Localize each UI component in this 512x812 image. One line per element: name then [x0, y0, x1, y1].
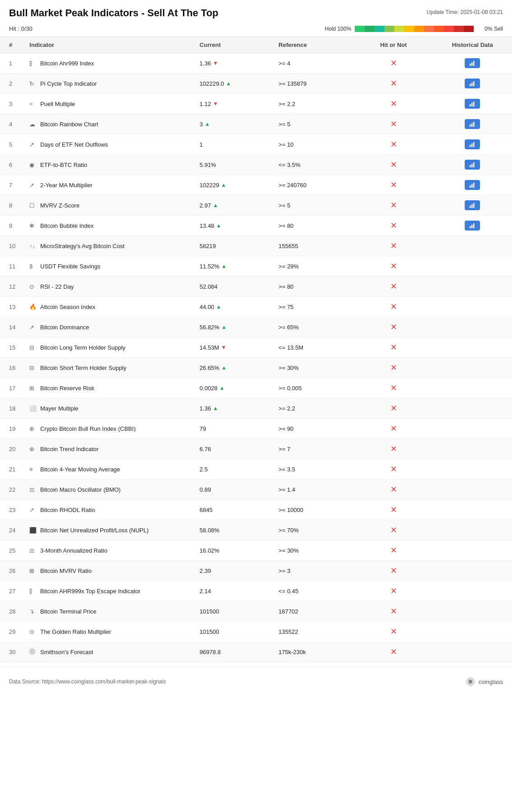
row-historical — [433, 419, 512, 439]
table-row: 11$USDT Flexible Savings11.52%▲>= 29%✕ — [0, 256, 512, 277]
arrow-up-icon: ▲ — [221, 182, 226, 188]
row-historical[interactable] — [433, 155, 512, 175]
row-reference: >= 4 — [275, 53, 354, 74]
historical-chart-button[interactable] — [465, 160, 480, 170]
svg-rect-22 — [471, 204, 473, 208]
row-current: 1 — [196, 134, 275, 155]
row-historical — [433, 337, 512, 358]
table-row: 2↻Pi Cycle Top Indicator102229.0▲>= 1358… — [0, 74, 512, 94]
row-current: 6845 — [196, 500, 275, 520]
row-reference: <= 0.45 — [275, 581, 354, 601]
svg-rect-12 — [470, 145, 471, 147]
indicator-label: 3-Month Annualized Ratio — [40, 547, 107, 554]
row-current: 14.53M▼ — [196, 337, 275, 358]
row-reference: >= 30% — [275, 540, 354, 561]
x-icon: ✕ — [390, 201, 397, 210]
row-indicator-name: ↻Pi Cycle Top Indicator — [26, 74, 196, 94]
current-value-text: 101500 — [200, 628, 219, 635]
historical-chart-button[interactable] — [465, 119, 480, 129]
indicator-icon: ☐ — [29, 202, 37, 209]
indicator-label: Bitcoin Trend Indicator — [40, 446, 98, 452]
row-reference: 135522 — [275, 622, 354, 642]
row-historical — [433, 358, 512, 378]
historical-chart-button[interactable] — [465, 221, 480, 231]
table-row: 5↗Days of ETF Net Outflows1>= 10✕ — [0, 134, 512, 155]
row-current: 2.5 — [196, 459, 275, 480]
row-historical[interactable] — [433, 195, 512, 216]
row-hit-status: ✕ — [354, 540, 433, 561]
arrow-up-icon: ▲ — [205, 121, 210, 127]
coinglass-logo: coinglass — [465, 676, 503, 687]
row-num: 6 — [0, 155, 26, 175]
row-historical — [433, 540, 512, 561]
row-historical[interactable] — [433, 216, 512, 236]
row-num: 25 — [0, 540, 26, 561]
svg-rect-4 — [471, 83, 473, 86]
row-current: 101500 — [196, 622, 275, 642]
historical-chart-button[interactable] — [465, 180, 480, 190]
row-num: 18 — [0, 398, 26, 419]
row-historical[interactable] — [433, 134, 512, 155]
row-hit-status: ✕ — [354, 642, 433, 662]
svg-rect-3 — [470, 84, 471, 86]
gauge-bar — [355, 26, 481, 32]
row-historical[interactable] — [433, 114, 512, 134]
col-header-indicator: Indicator — [26, 37, 196, 53]
current-value-text: 5.91% — [200, 161, 216, 168]
svg-rect-1 — [471, 62, 473, 66]
row-indicator-name: ⊕Bitcoin Trend Indicator — [26, 439, 196, 459]
row-hit-status: ✕ — [354, 134, 433, 155]
arrow-down-icon: ▼ — [221, 344, 226, 351]
row-num: 3 — [0, 94, 26, 114]
row-historical — [433, 297, 512, 317]
row-hit-status: ✕ — [354, 175, 433, 195]
row-num: 12 — [0, 277, 26, 297]
row-indicator-name: ☐MVRV Z-Score — [26, 195, 196, 216]
table-row: 3≈Puell Multiple1.12▼>= 2.2✕ — [0, 94, 512, 114]
arrow-up-icon: ▲ — [221, 324, 227, 330]
table-row: 8☐MVRV Z-Score2.97▲>= 5✕ — [0, 195, 512, 216]
row-current: 16.02% — [196, 540, 275, 561]
indicator-icon: ⓪ — [29, 648, 37, 656]
row-num: 22 — [0, 480, 26, 500]
row-reference: >= 10 — [275, 134, 354, 155]
historical-chart-button[interactable] — [465, 139, 480, 149]
row-hit-status: ✕ — [354, 358, 433, 378]
row-num: 14 — [0, 317, 26, 337]
x-icon: ✕ — [390, 241, 397, 250]
indicator-icon: ⬜ — [29, 405, 37, 412]
indicator-icon: ₿ — [29, 60, 37, 67]
row-num: 7 — [0, 175, 26, 195]
indicator-label: ETF-to-BTC Ratio — [40, 161, 87, 168]
historical-chart-button[interactable] — [465, 200, 480, 210]
table-row: 7↗2-Year MA Multiplier102229▲>= 240760✕ — [0, 175, 512, 195]
indicator-icon: ⊕ — [29, 425, 37, 432]
arrow-up-icon: ▲ — [221, 263, 227, 269]
indicator-icon: ₿ — [29, 588, 37, 595]
row-indicator-name: ≈Puell Multiple — [26, 94, 196, 114]
svg-rect-16 — [471, 164, 473, 167]
x-icon: ✕ — [390, 424, 397, 433]
col-header-historical: Historical Data — [433, 37, 512, 53]
historical-chart-button[interactable] — [465, 58, 480, 68]
row-historical[interactable] — [433, 74, 512, 94]
row-historical[interactable] — [433, 175, 512, 195]
historical-chart-button[interactable] — [465, 78, 480, 88]
row-indicator-name: ↗Days of ETF Net Outflows — [26, 134, 196, 155]
row-historical[interactable] — [433, 94, 512, 114]
row-num: 5 — [0, 134, 26, 155]
indicator-label: Bitcoin Bubble Index — [40, 222, 94, 229]
indicator-icon: ↑↓ — [29, 243, 37, 249]
row-current: 101500 — [196, 601, 275, 622]
indicator-label: MVRV Z-Score — [40, 202, 79, 209]
x-icon: ✕ — [390, 99, 397, 108]
row-hit-status: ✕ — [354, 378, 433, 398]
row-current: 79 — [196, 419, 275, 439]
historical-chart-button[interactable] — [465, 99, 480, 109]
row-hit-status: ✕ — [354, 195, 433, 216]
row-historical[interactable] — [433, 53, 512, 74]
hit-label: Hit : 0/30 — [9, 25, 32, 32]
row-indicator-name: ⚖3-Month Annualized Ratio — [26, 540, 196, 561]
row-indicator-name: ❋Bitcoin Bubble Index — [26, 216, 196, 236]
row-current: 102229.0▲ — [196, 74, 275, 94]
